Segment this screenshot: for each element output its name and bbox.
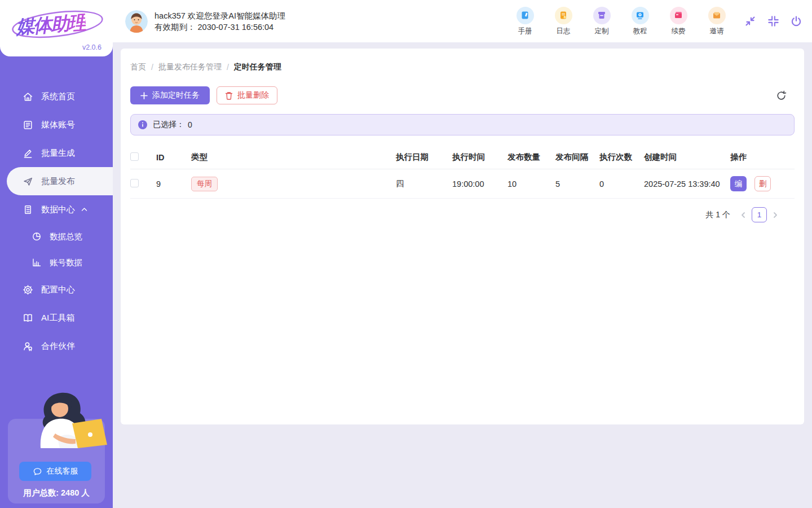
next-page-icon[interactable] — [772, 212, 779, 218]
sidebar-service-area: 在线客服 用户总数: 2480 人 — [0, 391, 113, 503]
avatar[interactable] — [125, 10, 148, 33]
users-total-value: 2480 人 — [61, 488, 90, 497]
quick-link-renew[interactable]: 续费 — [665, 7, 691, 36]
main-content: 首页 / 批量发布任务管理 / 定时任务管理 添加定时任务 批量删除 已选择：0 — [121, 49, 804, 424]
gear-icon — [23, 284, 33, 295]
delete-button[interactable]: 删 — [754, 176, 771, 191]
quick-link-tutorials[interactable]: 教程 — [627, 7, 653, 36]
partner-icon — [23, 341, 33, 352]
power-icon[interactable] — [789, 15, 803, 28]
sidebar-item-label: 批量发布 — [41, 176, 75, 187]
data-center-icon — [23, 204, 33, 215]
pagination: 共 1 个 1 — [130, 207, 795, 222]
sidebar-item-label: 数据中心 — [41, 204, 75, 215]
chevron-up-icon — [81, 207, 87, 212]
online-service-button[interactable]: 在线客服 — [19, 462, 91, 481]
refresh-button[interactable] — [776, 90, 787, 101]
chat-bubble-icon — [33, 467, 42, 476]
media-accounts-icon — [23, 120, 33, 130]
edit-icon — [23, 148, 33, 159]
sidebar-item-data-overview[interactable]: 数据总览 — [0, 224, 113, 249]
cell-publish-count: 10 — [508, 169, 555, 199]
sidebar-item-batch-publish[interactable]: 批量发布 — [7, 167, 113, 195]
info-icon — [138, 120, 147, 129]
plus-icon — [140, 92, 148, 99]
sidebar-item-label: 合作伙伴 — [41, 341, 75, 352]
sidebar-item-label: 数据总览 — [50, 231, 82, 242]
validity-text: 有效期到： 2030-07-31 16:56:04 — [155, 21, 285, 33]
quick-link-label: 手册 — [512, 27, 538, 36]
cell-exec-count: 0 — [599, 169, 644, 199]
col-exec-date: 执行日期 — [396, 146, 452, 169]
sidebar-item-account-data[interactable]: 账号数据 — [0, 249, 113, 275]
col-exec-count: 执行次数 — [599, 146, 644, 169]
collapse-icon[interactable] — [743, 15, 757, 28]
customize-icon — [593, 7, 611, 24]
table-row: 9 每周 四 19:00:00 10 5 0 2025-07-25 13:39:… — [130, 169, 795, 199]
online-service-label: 在线客服 — [47, 466, 78, 476]
sidebar-menu: 系统首页 媒体账号 批量生成 批量发布 数据中心 — [0, 82, 113, 360]
sidebar-item-label: 媒体账号 — [41, 120, 75, 130]
add-button-label: 添加定时任务 — [152, 90, 200, 100]
manual-icon — [517, 7, 534, 24]
col-exec-time: 执行时间 — [452, 146, 508, 169]
invite-icon — [708, 7, 726, 24]
quick-link-label: 续费 — [665, 27, 691, 36]
quick-link-logs[interactable]: 日志 — [550, 7, 576, 36]
sidebar-item-label: 系统首页 — [41, 91, 75, 102]
logo-card: 媒体助理 v2.0.6 — [0, 0, 113, 56]
col-type: 类型 — [191, 146, 396, 169]
col-publish-interval: 发布间隔 — [555, 146, 599, 169]
selected-label: 已选择： — [153, 120, 184, 130]
toolbar: 添加定时任务 批量删除 — [130, 86, 795, 104]
breadcrumb-current: 定时任务管理 — [234, 62, 281, 72]
table-header-row: ID 类型 执行日期 执行时间 发布数量 发布间隔 执行次数 创建时间 操作 — [130, 146, 795, 169]
select-all-checkbox[interactable] — [130, 152, 139, 161]
trash-icon — [225, 91, 233, 100]
sidebar-item-batch-generate[interactable]: 批量生成 — [0, 139, 113, 167]
edit-button[interactable]: 编 — [730, 176, 747, 191]
sidebar-item-ai-toolbox[interactable]: AI工具箱 — [0, 304, 113, 332]
type-badge: 每周 — [191, 177, 218, 191]
bar-chart-icon — [31, 257, 42, 268]
breadcrumb-home[interactable]: 首页 — [130, 62, 146, 72]
prev-page-icon[interactable] — [740, 212, 747, 218]
pie-chart-icon — [31, 231, 42, 242]
page-number-button[interactable]: 1 — [752, 207, 767, 222]
send-icon — [23, 176, 33, 187]
support-agent-illustration — [24, 389, 107, 453]
renew-icon — [670, 7, 687, 24]
log-icon — [555, 7, 572, 24]
validity-value: 2030-07-31 16:56:04 — [198, 23, 274, 32]
sidebar-item-label: 账号数据 — [50, 257, 82, 268]
sidebar-item-config-center[interactable]: 配置中心 — [0, 275, 113, 304]
col-actions: 操作 — [730, 146, 795, 169]
quick-link-manual[interactable]: 手册 — [512, 7, 538, 36]
cell-exec-date: 四 — [396, 169, 452, 199]
cell-created-at: 2025-07-25 13:39:40 — [644, 169, 730, 199]
sidebar-item-label: 批量生成 — [41, 148, 75, 159]
add-scheduled-task-button[interactable]: 添加定时任务 — [130, 86, 210, 104]
quick-link-invite[interactable]: 邀请 — [704, 7, 730, 36]
compress-icon[interactable] — [766, 15, 780, 28]
cell-id: 9 — [156, 169, 191, 199]
batch-delete-button[interactable]: 批量删除 — [217, 86, 277, 104]
quick-link-label: 日志 — [550, 27, 576, 36]
sidebar-item-label: 配置中心 — [41, 284, 75, 295]
breadcrumb-separator: / — [151, 63, 153, 72]
validity-label: 有效期到： — [155, 23, 196, 32]
batch-delete-label: 批量删除 — [237, 90, 269, 100]
user-info: hack357 欢迎您登录AI智能媒体助理 有效期到： 2030-07-31 1… — [155, 10, 285, 33]
sidebar-item-media-accounts[interactable]: 媒体账号 — [0, 111, 113, 139]
breadcrumb-batch-publish-tasks[interactable]: 批量发布任务管理 — [158, 62, 222, 72]
selection-alert: 已选择：0 — [130, 114, 795, 135]
row-checkbox[interactable] — [130, 179, 139, 187]
selected-count: 0 — [188, 120, 192, 129]
quick-link-customize[interactable]: 定制 — [589, 7, 615, 36]
sidebar-item-data-center[interactable]: 数据中心 — [0, 195, 113, 224]
breadcrumb-separator: / — [227, 63, 229, 72]
sidebar-item-home[interactable]: 系统首页 — [0, 82, 113, 111]
sidebar-item-partners[interactable]: 合作伙伴 — [0, 332, 113, 360]
service-card: 在线客服 用户总数: 2480 人 — [8, 419, 105, 503]
col-created-at: 创建时间 — [644, 146, 730, 169]
